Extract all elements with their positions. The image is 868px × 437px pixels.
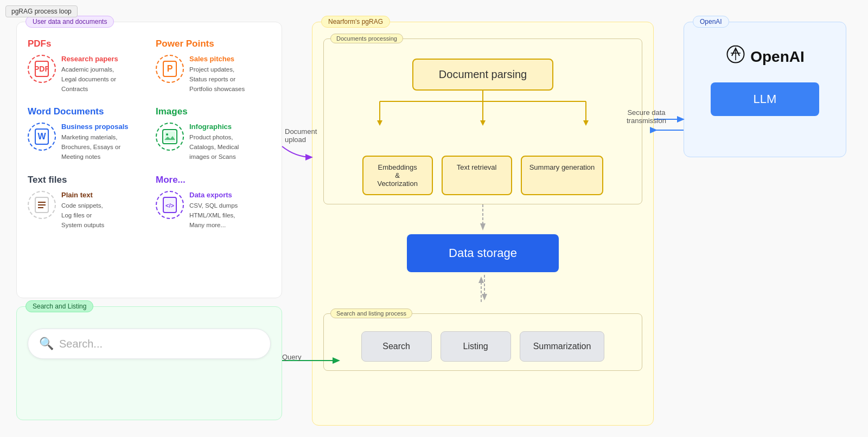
docs-processing-label: Documents processing bbox=[330, 34, 403, 43]
textfiles-item-desc: Code snippets,Log files orSystem outputs bbox=[61, 202, 104, 228]
ppt-icon: P bbox=[156, 55, 184, 83]
search-box[interactable]: 🔍 Search... bbox=[28, 329, 271, 359]
search-listing-boxes: Search Listing Summarization bbox=[333, 331, 633, 362]
search-listing-panel: Search and Listing 🔍 Search... bbox=[16, 306, 282, 420]
powerpoints-section: Power Points P Sales pitches Project upd… bbox=[156, 38, 271, 93]
svg-marker-22 bbox=[583, 120, 589, 126]
ppt-item-desc: Project updates,Status reports orPortfol… bbox=[189, 66, 245, 92]
word-section: Word Documents W Business proposals Mark… bbox=[28, 106, 143, 161]
word-item-label: Business proposals bbox=[61, 123, 129, 131]
pdfs-section: PDFs PDF Research papers Academic journa… bbox=[28, 38, 143, 93]
word-item: W Business proposals Marketing materials… bbox=[28, 123, 143, 161]
openai-logo: OpenAI bbox=[725, 44, 805, 69]
document-parsing-box: Document parsing bbox=[412, 59, 553, 91]
ppt-item-label: Sales pitches bbox=[189, 55, 245, 63]
svg-text:</>: </> bbox=[165, 202, 174, 209]
textfiles-heading: Text files bbox=[28, 175, 143, 185]
images-item: Infographics Product photos,Catalogs, Me… bbox=[156, 123, 271, 161]
text-icon bbox=[28, 191, 56, 219]
data-storage-box: Data storage bbox=[407, 234, 559, 272]
search-listing-label: Search and Listing bbox=[25, 300, 93, 312]
ppt-text: Sales pitches Project updates,Status rep… bbox=[189, 55, 245, 93]
openai-panel: OpenAI OpenAI LLM bbox=[684, 22, 846, 157]
document-upload-label: Documentupload bbox=[285, 127, 317, 144]
center-panel: Nearform's pgRAG Documents processing Do… bbox=[312, 22, 654, 426]
pdf-icon: PDF bbox=[28, 55, 56, 83]
openai-logo-text: OpenAI bbox=[750, 48, 805, 66]
llm-box: LLM bbox=[711, 82, 819, 116]
query-label: Query bbox=[282, 353, 301, 361]
svg-text:PDF: PDF bbox=[35, 65, 49, 73]
more-heading: More... bbox=[156, 175, 271, 185]
powerpoints-item: P Sales pitches Project updates,Status r… bbox=[156, 55, 271, 93]
word-heading: Word Documents bbox=[28, 106, 143, 117]
user-data-panel: User data and documents PDFs PDF Researc… bbox=[16, 22, 282, 298]
svg-marker-20 bbox=[480, 120, 486, 126]
summarization-box-item: Summarization bbox=[520, 331, 605, 362]
images-text: Infographics Product photos,Catalogs, Me… bbox=[189, 123, 239, 161]
openai-panel-label: OpenAI bbox=[693, 16, 729, 28]
svg-marker-18 bbox=[377, 120, 382, 126]
center-panel-label: Nearform's pgRAG bbox=[321, 16, 390, 28]
svg-marker-28 bbox=[478, 277, 484, 283]
textfiles-item: Plain text Code snippets,Log files orSys… bbox=[28, 191, 143, 229]
more-item-desc: CSV, SQL dumpsHTML/XML files,Many more..… bbox=[189, 202, 238, 228]
more-item: </> Data exports CSV, SQL dumpsHTML/XML … bbox=[156, 191, 271, 229]
textfiles-item-label: Plain text bbox=[61, 191, 104, 199]
textfiles-text: Plain text Code snippets,Log files orSys… bbox=[61, 191, 104, 229]
user-data-label: User data and documents bbox=[25, 16, 114, 28]
text-retrieval-box: Text retrieval bbox=[442, 156, 512, 195]
pdfs-text: Research papers Academic journals,Legal … bbox=[61, 55, 118, 93]
textfiles-section: Text files Plain text Code snippets,Log … bbox=[28, 175, 143, 229]
embeddings-label: Embeddings&Vectorization bbox=[377, 163, 417, 188]
search-icon: 🔍 bbox=[39, 337, 54, 351]
processing-children: Embeddings&Vectorization Text retrieval … bbox=[362, 156, 604, 195]
image-icon bbox=[156, 123, 184, 151]
pdfs-item-label: Research papers bbox=[61, 55, 118, 63]
more-item-label: Data exports bbox=[189, 191, 238, 199]
summary-generation-box: Summary generation bbox=[521, 156, 604, 195]
page-title: pgRAG process loop bbox=[5, 5, 78, 17]
embeddings-box: Embeddings&Vectorization bbox=[362, 156, 433, 195]
svg-text:P: P bbox=[167, 64, 173, 73]
listing-box-item: Listing bbox=[441, 331, 511, 362]
search-box-item: Search bbox=[361, 331, 432, 362]
images-heading: Images bbox=[156, 106, 271, 117]
text-retrieval-label: Text retrieval bbox=[457, 163, 497, 171]
images-section: Images Infographics Product photos,Catal… bbox=[156, 106, 271, 161]
search-listing-process-label: Search and listing process bbox=[330, 309, 412, 318]
secure-transmission-label: Secure datatransmission bbox=[627, 108, 666, 125]
docs-processing-panel: Documents processing Document parsing bbox=[323, 38, 642, 204]
word-icon: W bbox=[28, 123, 56, 151]
svg-text:W: W bbox=[37, 132, 46, 141]
docs-grid: PDFs PDF Research papers Academic journa… bbox=[28, 38, 271, 229]
pdfs-item-desc: Academic journals,Legal documents orCont… bbox=[61, 66, 116, 92]
search-listing-process-panel: Search and listing process Search Listin… bbox=[323, 313, 642, 371]
svg-rect-7 bbox=[164, 131, 175, 142]
images-item-desc: Product photos,Catalogs, Medicalimages o… bbox=[189, 134, 239, 160]
main-container: pgRAG process loop User data and documen… bbox=[0, 0, 868, 437]
images-item-label: Infographics bbox=[189, 123, 239, 131]
openai-logo-icon bbox=[725, 44, 746, 69]
search-placeholder: Search... bbox=[59, 338, 103, 350]
pdfs-item: PDF Research papers Academic journals,Le… bbox=[28, 55, 143, 93]
more-section: More... </> Data exports CSV, SQL dumpsH… bbox=[156, 175, 271, 229]
svg-marker-26 bbox=[482, 294, 487, 300]
data-storage-container: Data storage bbox=[323, 234, 642, 272]
svg-marker-24 bbox=[480, 223, 486, 230]
summary-generation-label: Summary generation bbox=[529, 163, 595, 171]
svg-point-8 bbox=[166, 133, 168, 136]
word-text: Business proposals Marketing materials,B… bbox=[61, 123, 129, 161]
more-text: Data exports CSV, SQL dumpsHTML/XML file… bbox=[189, 191, 238, 229]
powerpoints-heading: Power Points bbox=[156, 38, 271, 49]
pdfs-heading: PDFs bbox=[28, 38, 143, 49]
word-item-desc: Marketing materials,Brochures, Essays or… bbox=[61, 134, 120, 160]
code-icon: </> bbox=[156, 191, 184, 219]
